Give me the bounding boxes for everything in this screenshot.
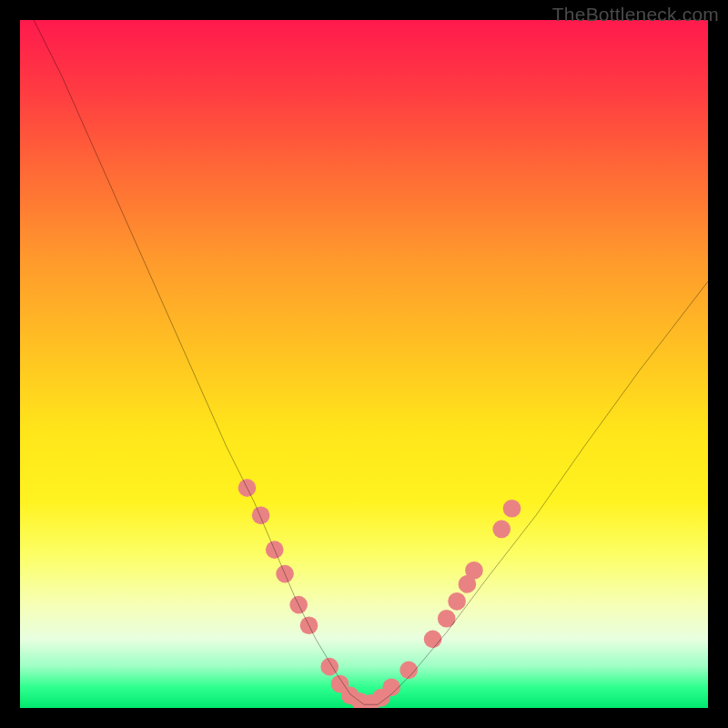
marker-dot: [252, 506, 270, 524]
bottleneck-curve: [34, 20, 708, 704]
marker-dot: [438, 610, 456, 628]
chart-frame: TheBottleneck.com: [0, 0, 728, 728]
marker-dot: [382, 678, 400, 696]
marker-dot: [448, 592, 466, 611]
marker-dot: [320, 658, 339, 676]
plot-area: [20, 20, 708, 708]
curve-layer: [20, 20, 708, 708]
watermark-text: TheBottleneck.com: [552, 4, 719, 25]
marker-dot: [424, 631, 442, 649]
marker-dot: [492, 521, 511, 539]
marker-dot: [503, 500, 521, 518]
marker-dot: [465, 561, 483, 580]
marker-dots: [238, 479, 521, 708]
